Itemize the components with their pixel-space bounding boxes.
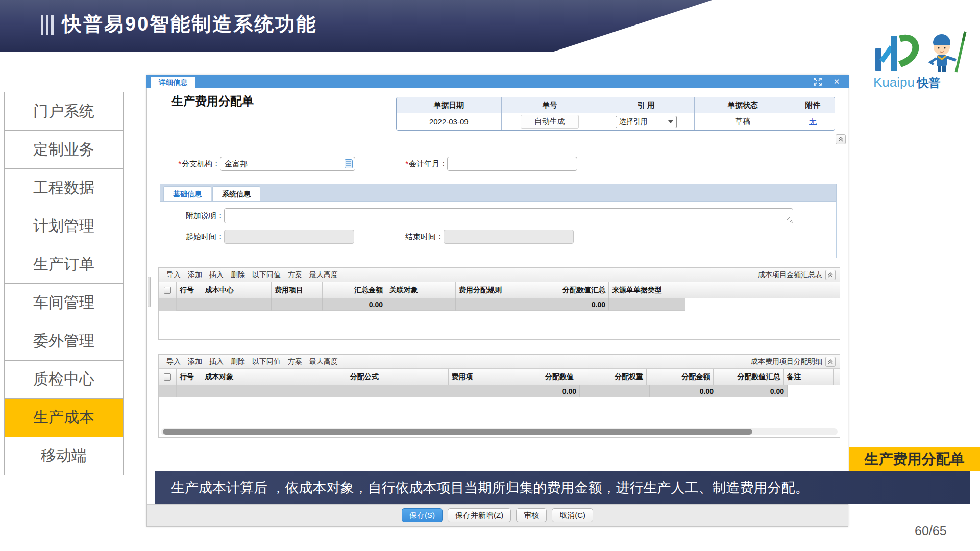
required-marker: * xyxy=(405,159,408,168)
same-below-button[interactable]: 以下同值 xyxy=(252,357,281,366)
delete-button[interactable]: 删除 xyxy=(231,270,245,280)
caption-label: 生产费用分配单 xyxy=(849,447,980,471)
select-all-checkbox[interactable] xyxy=(164,373,171,381)
sidebar-item-label: 车间管理 xyxy=(33,292,94,313)
note-textarea[interactable] xyxy=(224,208,793,223)
sidebar-item-label: 门户系统 xyxy=(33,101,94,122)
resize-grip-icon[interactable] xyxy=(787,217,792,222)
reference-select[interactable]: 选择引用 xyxy=(616,116,677,128)
insert-button[interactable]: 插入 xyxy=(209,357,224,366)
summary-checkbox-cell xyxy=(159,298,177,311)
triple-bars-icon xyxy=(41,15,54,35)
sidebar-item-custom-business[interactable]: 定制业务 xyxy=(5,130,123,168)
collapse-header-button[interactable] xyxy=(836,134,846,144)
horizontal-scrollbar-thumb[interactable] xyxy=(163,429,752,435)
col-alloc-formula: 分配公式 xyxy=(347,369,449,385)
col-source-bill-type: 来源单单据类型 xyxy=(609,282,685,298)
close-icon: ✕ xyxy=(834,77,840,86)
start-time-label: 起始时间： xyxy=(160,232,224,242)
delete-button[interactable]: 删除 xyxy=(231,357,245,366)
cost-item-summary-grid: 导入 添加 插入 删除 以下同值 方案 最大高度 成本项目金额汇总表 xyxy=(158,267,840,340)
col-filler xyxy=(834,369,840,385)
kuaipu-logo: Kuaipu 快普 xyxy=(870,30,977,91)
sidebar-item-production-cost[interactable]: 生产成本 xyxy=(5,398,123,437)
chevron-double-up-icon xyxy=(838,136,844,142)
brand-cn: 快普 xyxy=(917,76,940,89)
close-button[interactable]: ✕ xyxy=(831,77,842,86)
bill-info-value-row: 2022-03-09 自动生成 选择引用 草稿 无 xyxy=(397,113,835,130)
insert-button[interactable]: 插入 xyxy=(209,270,224,280)
grid1-checkbox-cell xyxy=(159,282,177,298)
branch-input[interactable] xyxy=(220,157,355,171)
sidebar-item-label: 委外管理 xyxy=(33,331,94,352)
sidebar-item-outsourcing-management[interactable]: 委外管理 xyxy=(5,322,123,360)
maximize-button[interactable] xyxy=(813,77,823,86)
audit-button[interactable]: 审核 xyxy=(516,508,547,522)
sidebar-item-label: 计划管理 xyxy=(33,216,94,237)
end-time-label: 结束时间： xyxy=(380,232,444,242)
branch-input-wrap xyxy=(220,157,355,171)
bill-info-header-row: 单据日期 单号 引 用 单据状态 附件 xyxy=(397,97,835,113)
tab-basic-info[interactable]: 基础信息 xyxy=(163,186,211,201)
sidebar: 门户系统 定制业务 工程数据 计划管理 生产订单 车间管理 委外管理 质检中心 … xyxy=(4,92,124,475)
dialog-titlebar: 详细信息 ✕ xyxy=(146,75,849,88)
sidebar-item-engineering-data[interactable]: 工程数据 xyxy=(5,168,123,207)
sidebar-item-portal[interactable]: 门户系统 xyxy=(5,92,123,130)
max-height-button[interactable]: 最大高度 xyxy=(309,270,338,280)
cost-allocation-detail-grid: 导入 添加 插入 删除 以下同值 方案 最大高度 成本费用项目分配明细 xyxy=(158,354,840,438)
grid1-collapse-button[interactable] xyxy=(825,270,836,280)
summary-cell xyxy=(272,298,323,311)
bill-status-value: 草稿 xyxy=(695,113,792,130)
add-button[interactable]: 添加 xyxy=(188,357,202,366)
select-all-checkbox[interactable] xyxy=(164,287,171,294)
summary-cell xyxy=(202,385,348,397)
import-button[interactable]: 导入 xyxy=(166,357,181,366)
tab-system-info[interactable]: 系统信息 xyxy=(212,186,260,201)
save-and-new-button[interactable]: 保存并新增(Z) xyxy=(448,508,511,522)
summary-cell xyxy=(450,385,510,397)
col-expense: 费用项 xyxy=(449,369,508,385)
attachment-cell: 无 xyxy=(791,113,835,130)
start-time-row: 起始时间： xyxy=(160,230,354,244)
maximize-icon xyxy=(814,78,822,86)
branch-label: *分支机构： xyxy=(172,159,220,169)
lookup-list-icon[interactable] xyxy=(345,159,353,170)
summary-cell xyxy=(456,298,543,311)
cancel-button[interactable]: 取消(C) xyxy=(552,508,593,522)
summary-alloc-value-total: 0.00 xyxy=(717,385,788,397)
sidebar-item-mobile[interactable]: 移动端 xyxy=(5,437,123,475)
col-cost-center: 成本中心 xyxy=(202,282,272,298)
sidebar-item-quality-center[interactable]: 质检中心 xyxy=(5,360,123,398)
sidebar-item-label: 工程数据 xyxy=(33,178,94,198)
attachment-link[interactable]: 无 xyxy=(809,117,817,127)
grid1-title: 成本项目金额汇总表 xyxy=(758,270,822,280)
summary-alloc-value: 0.00 xyxy=(510,385,580,397)
panel-drag-handle[interactable] xyxy=(148,277,151,307)
caption-text-bar: 生产成本计算后 ，依成本对象，自行依成本项目当期所归集的费用金额，进行生产人工、… xyxy=(155,471,970,504)
col-expense-item: 费用项目 xyxy=(272,282,323,298)
sidebar-item-label: 生产成本 xyxy=(33,407,94,428)
horizontal-scrollbar[interactable] xyxy=(161,428,838,435)
sidebar-item-workshop-management[interactable]: 车间管理 xyxy=(5,283,123,321)
grid2-collapse-button[interactable] xyxy=(825,357,836,367)
col-alloc-value-total: 分配数值汇总 xyxy=(543,282,609,298)
scheme-button[interactable]: 方案 xyxy=(288,357,302,366)
col-bill-date: 单据日期 xyxy=(397,97,502,113)
add-button[interactable]: 添加 xyxy=(188,270,202,280)
scheme-button[interactable]: 方案 xyxy=(288,270,302,280)
same-below-button[interactable]: 以下同值 xyxy=(252,270,281,280)
summary-cell xyxy=(202,298,272,311)
summary-cell xyxy=(177,385,202,397)
save-button[interactable]: 保存(S) xyxy=(402,508,443,522)
reference-select-value: 选择引用 xyxy=(619,117,648,127)
slide-header-bar: 快普易90智能制造系统功能 xyxy=(0,0,712,52)
sidebar-item-plan-management[interactable]: 计划管理 xyxy=(5,207,123,245)
sidebar-item-production-order[interactable]: 生产订单 xyxy=(5,245,123,283)
import-button[interactable]: 导入 xyxy=(166,270,181,280)
col-alloc-amount: 分配金额 xyxy=(647,369,714,385)
col-related-object: 关联对象 xyxy=(386,282,456,298)
dialog-tab-detail[interactable]: 详细信息 xyxy=(151,77,195,88)
max-height-button[interactable]: 最大高度 xyxy=(309,357,338,366)
period-input[interactable] xyxy=(447,157,577,171)
col-remark: 备注 xyxy=(784,369,834,385)
